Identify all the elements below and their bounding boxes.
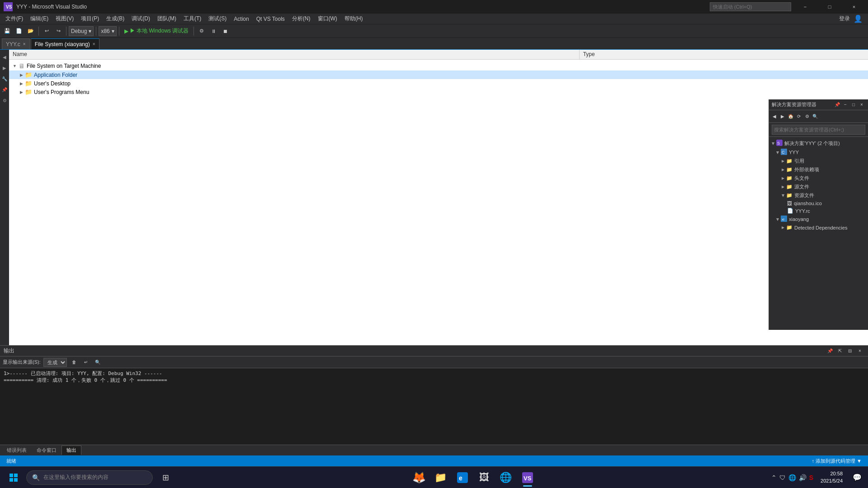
se-minimize-button[interactable]: − — [842, 101, 849, 108]
se-project-yyy[interactable]: ▶ C YYY — [769, 148, 868, 157]
toolbar-stop-btn[interactable]: ⏹ — [220, 26, 231, 37]
root-expand-icon: ▼ — [13, 64, 17, 68]
tab-error-list[interactable]: 错误列表 — [2, 446, 32, 455]
side-icon-3[interactable]: 🔧 — [1, 75, 8, 82]
platform-arrow-icon: ▾ — [112, 28, 114, 34]
se-folder-resource-files[interactable]: ▶ 📁 资源文件 — [769, 191, 868, 200]
run-debug-button[interactable]: ▶ ▶ 本地 Windows 调试器 — [122, 26, 192, 36]
tab-filesystem[interactable]: File System (xiaoyang) × — [31, 38, 99, 49]
se-folder-header-files[interactable]: ▶ 📁 头文件 — [769, 174, 868, 183]
tree-item-user-desktop[interactable]: ▶ 📁 User's Desktop — [9, 79, 868, 88]
tab-yyy-c[interactable]: YYY.c × — [2, 38, 30, 49]
output-word-wrap-btn[interactable]: ↵ — [81, 358, 90, 367]
debug-config-dropdown[interactable]: Debug ▾ — [69, 26, 94, 36]
status-add-vcs[interactable]: ↑ 添加到源代码管理 ▼ — [809, 458, 865, 465]
maximize-button[interactable]: □ — [819, 0, 840, 14]
se-close-button[interactable]: × — [858, 101, 865, 108]
side-icon-4[interactable]: 📌 — [1, 86, 8, 93]
menu-window[interactable]: 窗口(W) — [314, 14, 341, 24]
se-search-input[interactable] — [772, 125, 865, 135]
tray-up-arrow-icon[interactable]: ⌃ — [771, 474, 777, 481]
tree-root: ▼ 🖥 File System on Target Machine — [9, 61, 868, 70]
se-toolbar-back-btn[interactable]: ◀ — [771, 113, 778, 120]
toolbar-sep-5 — [193, 27, 194, 36]
toolbar-save-btn[interactable]: 💾 — [2, 26, 13, 37]
output-clear-btn[interactable]: 🗑 — [70, 358, 79, 367]
menu-action[interactable]: Action — [230, 14, 252, 24]
se-file-yyy-rc[interactable]: 📄 YYY.rc — [769, 207, 868, 215]
se-folder-external-deps[interactable]: ▶ 📁 外部依赖项 — [769, 165, 868, 174]
menu-project[interactable]: 项目(P) — [77, 14, 103, 24]
tab-command-window[interactable]: 命令窗口 — [32, 446, 61, 455]
se-toolbar-settings-btn[interactable]: ⚙ — [803, 113, 811, 120]
login-button[interactable]: 登录 — [839, 15, 850, 23]
detected-deps-expand-icon: ▶ — [782, 225, 784, 230]
taskbar-app-edge[interactable]: e — [453, 468, 472, 488]
menu-qtvs[interactable]: Qt VS Tools — [253, 14, 288, 24]
toolbar-new-btn[interactable]: 📄 — [14, 26, 24, 37]
tab-filesystem-close-icon[interactable]: × — [93, 42, 95, 47]
se-folder-detected-deps[interactable]: ▶ 📁 Detected Dependencies — [769, 224, 868, 231]
se-folder-references[interactable]: ▶ 📁 引用 — [769, 157, 868, 165]
menu-tools[interactable]: 工具(T) — [180, 14, 205, 24]
output-float-btn[interactable]: ⇱ — [835, 347, 844, 356]
se-toolbar-filter-btn[interactable]: 🔍 — [811, 113, 819, 120]
user-programs-expand-icon: ▶ — [20, 90, 23, 94]
toolbar-undo-btn[interactable]: ↩ — [41, 26, 52, 37]
toolbar-open-btn[interactable]: 📂 — [25, 26, 36, 37]
menu-team[interactable]: 团队(M) — [154, 14, 180, 24]
menu-file[interactable]: 文件(F) — [2, 14, 27, 24]
taskbar-app-firefox[interactable]: 🦊 — [409, 468, 429, 488]
menu-edit[interactable]: 编辑(E) — [27, 14, 52, 24]
tree-item-user-programs[interactable]: ▶ 📁 User's Programs Menu — [9, 88, 868, 96]
output-pin-btn[interactable]: 📌 — [826, 347, 835, 356]
platform-dropdown[interactable]: x86 ▾ — [99, 26, 116, 36]
tab-yyy-c-close-icon[interactable]: × — [23, 42, 26, 47]
se-maximize-button[interactable]: □ — [850, 101, 857, 108]
output-source-select[interactable]: 生成 — [43, 358, 67, 367]
quick-launch-input[interactable] — [710, 2, 791, 11]
taskbar-app-browser[interactable]: 🌐 — [496, 468, 516, 488]
tab-bar: YYY.c × File System (xiaoyang) × — [0, 38, 868, 50]
se-toolbar-home-btn[interactable]: 🏠 — [787, 113, 794, 120]
se-file-qianshou-ico[interactable]: 🖼 qianshou.ico — [769, 200, 868, 207]
side-icon-5[interactable]: ⚙ — [1, 97, 8, 104]
se-solution-root[interactable]: ▶ S 解决方案'YYY' (2 个项目) — [769, 139, 868, 148]
notification-button[interactable]: 💬 — [850, 470, 864, 485]
menu-analyze[interactable]: 分析(N) — [288, 14, 314, 24]
tab-output[interactable]: 输出 — [61, 446, 81, 455]
side-icon-1[interactable]: ◀ — [1, 53, 8, 61]
tree-item-app-folder[interactable]: ▶ 📁 Application Folder — [9, 70, 868, 79]
clock[interactable]: 20:58 2021/5/24 — [817, 470, 846, 484]
se-toolbar-forward-btn[interactable]: ▶ — [779, 113, 786, 120]
output-hide-btn[interactable]: × — [855, 347, 864, 356]
menu-build[interactable]: 生成(B) — [103, 14, 128, 24]
menu-test[interactable]: 测试(S) — [205, 14, 230, 24]
minimize-button[interactable]: − — [795, 0, 816, 14]
toolbar-attach-btn[interactable]: ⚙ — [196, 26, 207, 37]
menu-help[interactable]: 帮助(H) — [341, 14, 367, 24]
se-folder-source-files[interactable]: ▶ 📁 源文件 — [769, 183, 868, 191]
taskbar-app-filemanager[interactable]: 📁 — [431, 468, 451, 488]
menu-view[interactable]: 视图(V) — [52, 14, 77, 24]
toolbar-pause-btn[interactable]: ⏸ — [208, 26, 219, 37]
toolbar-redo-btn[interactable]: ↪ — [53, 26, 64, 37]
windows-start-button[interactable] — [4, 468, 24, 488]
tray-network-icon[interactable]: 🌐 — [788, 474, 796, 481]
task-view-button[interactable]: ⊞ — [156, 468, 175, 488]
output-find-btn[interactable]: 🔍 — [93, 358, 102, 367]
menu-debug[interactable]: 调试(D) — [128, 14, 154, 24]
tray-volume-icon[interactable]: 🔊 — [799, 474, 807, 481]
se-toolbar-sync-btn[interactable]: ⟳ — [795, 113, 802, 120]
side-icon-2[interactable]: ▶ — [1, 64, 8, 71]
tray-ime-icon[interactable]: S — [809, 474, 813, 481]
se-project-xiaoyang[interactable]: ▶ xi xiaoyang — [769, 215, 868, 224]
output-header-buttons: 📌 ⇱ ⊟ × — [826, 347, 864, 356]
close-button[interactable]: × — [844, 0, 864, 14]
output-dock-btn[interactable]: ⊟ — [845, 347, 854, 356]
taskbar-search-bar[interactable]: 🔍 在这里输入你要搜索的内容 — [26, 470, 153, 485]
se-pin-button[interactable]: 📌 — [834, 101, 841, 108]
tray-shield-icon[interactable]: 🛡 — [779, 474, 786, 481]
taskbar-app-photos[interactable]: 🖼 — [474, 468, 494, 488]
taskbar-app-vs[interactable]: VS — [518, 468, 538, 488]
